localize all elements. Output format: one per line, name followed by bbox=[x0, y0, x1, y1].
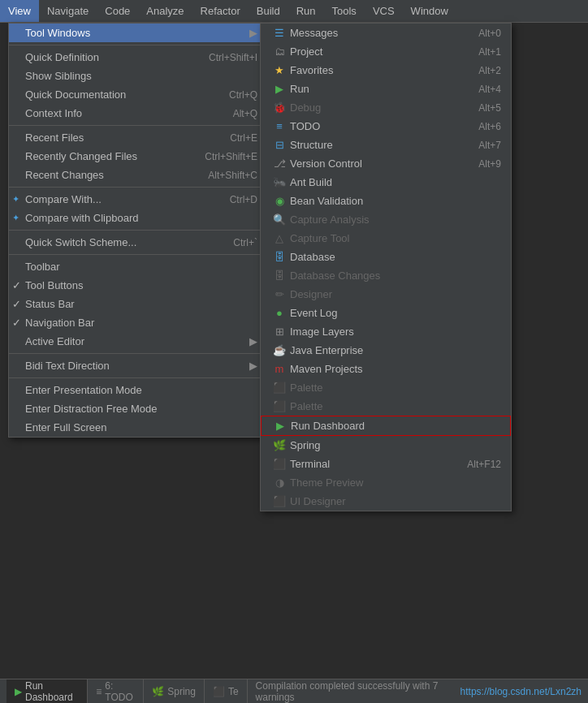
menu-item-recently-changed-files[interactable]: Recently Changed Files Ctrl+Shift+E bbox=[9, 147, 267, 166]
menu-item-compare-clipboard[interactable]: ✦ Compare with Clipboard bbox=[9, 209, 267, 227]
menu-code[interactable]: Code bbox=[97, 0, 138, 22]
menu-item-active-editor[interactable]: Active Editor ▶ bbox=[9, 332, 267, 351]
menu-item-palette-2[interactable]: ⬛ Palette bbox=[261, 397, 511, 416]
capture-tool-icon: △ bbox=[272, 232, 287, 244]
menu-item-compare-with[interactable]: ✦ Compare With... Ctrl+D bbox=[9, 190, 267, 209]
menu-item-presentation-mode[interactable]: Enter Presentation Mode bbox=[9, 381, 267, 399]
menu-item-full-screen[interactable]: Enter Full Screen bbox=[9, 418, 267, 437]
menu-navigate[interactable]: Navigate bbox=[39, 0, 97, 22]
tool-buttons-label: Tool Buttons bbox=[25, 279, 84, 291]
separator-6 bbox=[9, 353, 267, 354]
image-layers-icon: ⊞ bbox=[272, 326, 287, 338]
menu-view[interactable]: View bbox=[0, 0, 39, 22]
favorites-icon: ★ bbox=[272, 64, 287, 76]
theme-preview-icon: ◑ bbox=[272, 477, 287, 489]
menu-item-tool-buttons[interactable]: ✓ Tool Buttons bbox=[9, 276, 267, 295]
menu-item-database-changes[interactable]: 🗄 Database Changes bbox=[261, 266, 511, 285]
menu-item-show-siblings[interactable]: Show Siblings bbox=[9, 67, 267, 85]
menu-item-structure[interactable]: ⊟ Structure Alt+7 bbox=[261, 136, 511, 154]
menu-item-quick-definition[interactable]: Quick Definition Ctrl+Shift+I bbox=[9, 48, 267, 67]
menu-item-recent-changes[interactable]: Recent Changes Alt+Shift+C bbox=[9, 166, 267, 184]
menu-item-toolbar[interactable]: Toolbar bbox=[9, 257, 267, 276]
menu-item-navigation-bar[interactable]: ✓ Navigation Bar bbox=[9, 313, 267, 332]
menu-item-quick-documentation[interactable]: Quick Documentation Ctrl+Q bbox=[9, 85, 267, 104]
menu-refactor[interactable]: Refactor bbox=[192, 0, 249, 22]
compare-clipboard-icon: ✦ bbox=[12, 213, 19, 223]
palette-1-icon: ⬛ bbox=[272, 382, 287, 394]
menu-item-capture-analysis[interactable]: 🔍 Capture Analysis bbox=[261, 210, 511, 229]
separator-4 bbox=[9, 230, 267, 231]
menu-build[interactable]: Build bbox=[249, 0, 288, 22]
menu-item-todo[interactable]: ≡ TODO Alt+6 bbox=[261, 117, 511, 136]
java-enterprise-icon: ☕ bbox=[272, 344, 287, 356]
spring-icon: 🌿 bbox=[272, 439, 287, 451]
structure-label: Structure bbox=[290, 139, 333, 151]
menu-item-java-enterprise[interactable]: ☕ Java Enterprise bbox=[261, 341, 511, 360]
quick-documentation-label: Quick Documentation bbox=[25, 88, 126, 101]
capture-analysis-icon: 🔍 bbox=[272, 213, 287, 226]
menu-item-favorites[interactable]: ★ Favorites Alt+2 bbox=[261, 61, 511, 80]
menu-item-image-layers[interactable]: ⊞ Image Layers bbox=[261, 322, 511, 341]
run-shortcut: Alt+4 bbox=[478, 84, 501, 95]
database-icon: 🗄 bbox=[272, 251, 287, 263]
menu-item-terminal[interactable]: ⬛ Terminal Alt+F12 bbox=[261, 455, 511, 473]
menu-item-messages[interactable]: ☰ Messages Alt+0 bbox=[261, 24, 511, 42]
menu-item-quick-switch[interactable]: Quick Switch Scheme... Ctrl+` bbox=[9, 233, 267, 252]
database-changes-label: Database Changes bbox=[290, 270, 380, 282]
menu-analyze[interactable]: Analyze bbox=[138, 0, 192, 22]
menu-item-ant-build[interactable]: 🐜 Ant Build bbox=[261, 173, 511, 192]
menu-tools[interactable]: Tools bbox=[324, 0, 365, 22]
statusbar-tab-spring[interactable]: 🌿 Spring bbox=[144, 679, 205, 703]
separator-1 bbox=[9, 45, 267, 45]
menu-item-theme-preview[interactable]: ◑ Theme Preview bbox=[261, 473, 511, 492]
toolbar-label: Toolbar bbox=[25, 261, 60, 273]
run-label: Run bbox=[290, 83, 309, 95]
menu-item-recent-files[interactable]: Recent Files Ctrl+E bbox=[9, 128, 267, 147]
menu-item-event-log[interactable]: ● Event Log bbox=[261, 304, 511, 322]
database-label: Database bbox=[290, 251, 335, 263]
terminal-tab-label: Te bbox=[228, 686, 239, 697]
menu-vcs[interactable]: VCS bbox=[365, 0, 403, 22]
menu-item-bean-validation[interactable]: ◉ Bean Validation bbox=[261, 192, 511, 210]
menu-item-palette-1[interactable]: ⬛ Palette bbox=[261, 378, 511, 397]
menu-item-context-info[interactable]: Context Info Alt+Q bbox=[9, 104, 267, 123]
menu-item-run[interactable]: ▶ Run Alt+4 bbox=[261, 80, 511, 98]
menu-item-spring[interactable]: 🌿 Spring bbox=[261, 436, 511, 455]
statusbar-tab-terminal[interactable]: ⬛ Te bbox=[205, 679, 248, 703]
menu-item-database[interactable]: 🗄 Database bbox=[261, 248, 511, 266]
debug-icon: 🐞 bbox=[272, 101, 287, 114]
palette-2-icon: ⬛ bbox=[272, 400, 287, 412]
quick-definition-shortcut: Ctrl+Shift+I bbox=[209, 52, 257, 63]
recent-changes-shortcut: Alt+Shift+C bbox=[208, 170, 257, 181]
menu-item-tool-windows[interactable]: Tool Windows ▶ bbox=[9, 24, 267, 42]
separator-3 bbox=[9, 187, 267, 188]
menu-window[interactable]: Window bbox=[403, 0, 456, 22]
menu-item-status-bar[interactable]: ✓ Status Bar bbox=[9, 295, 267, 313]
capture-tool-label: Capture Tool bbox=[290, 232, 349, 244]
menu-item-designer[interactable]: ✏ Designer bbox=[261, 285, 511, 304]
menu-item-bidi-text[interactable]: Bidi Text Direction ▶ bbox=[9, 356, 267, 375]
terminal-shortcut: Alt+F12 bbox=[467, 459, 501, 470]
menu-item-maven-projects[interactable]: m Maven Projects bbox=[261, 360, 511, 378]
run-icon: ▶ bbox=[272, 83, 287, 95]
menu-item-capture-tool[interactable]: △ Capture Tool bbox=[261, 229, 511, 248]
menu-run[interactable]: Run bbox=[288, 0, 324, 22]
quick-switch-shortcut: Ctrl+` bbox=[233, 237, 257, 248]
status-message: Compilation completed successfully with … bbox=[256, 680, 460, 703]
menu-item-run-dashboard[interactable]: ▶ Run Dashboard bbox=[261, 416, 511, 436]
designer-label: Designer bbox=[290, 288, 332, 300]
run-dashboard-icon: ▶ bbox=[273, 420, 288, 432]
recently-changed-label: Recently Changed Files bbox=[25, 150, 137, 162]
menu-item-debug[interactable]: 🐞 Debug Alt+5 bbox=[261, 98, 511, 117]
menu-item-version-control[interactable]: ⎇ Version Control Alt+9 bbox=[261, 154, 511, 173]
statusbar-tab-todo[interactable]: ≡ 6: TODO bbox=[88, 679, 144, 703]
submenu-arrow-icon: ▶ bbox=[249, 27, 257, 39]
bean-icon: ◉ bbox=[272, 195, 287, 207]
statusbar-tab-run-dashboard[interactable]: ▶ Run Dashboard bbox=[6, 679, 88, 703]
java-enterprise-label: Java Enterprise bbox=[290, 344, 363, 356]
statusbar-url[interactable]: https://blog.csdn.net/Lxn2zh bbox=[460, 686, 582, 697]
menu-item-project[interactable]: 🗂 Project Alt+1 bbox=[261, 42, 511, 61]
menu-item-ui-designer[interactable]: ⬛ UI Designer bbox=[261, 492, 511, 511]
project-icon: 🗂 bbox=[272, 45, 287, 58]
menu-item-distraction-free[interactable]: Enter Distraction Free Mode bbox=[9, 399, 267, 418]
